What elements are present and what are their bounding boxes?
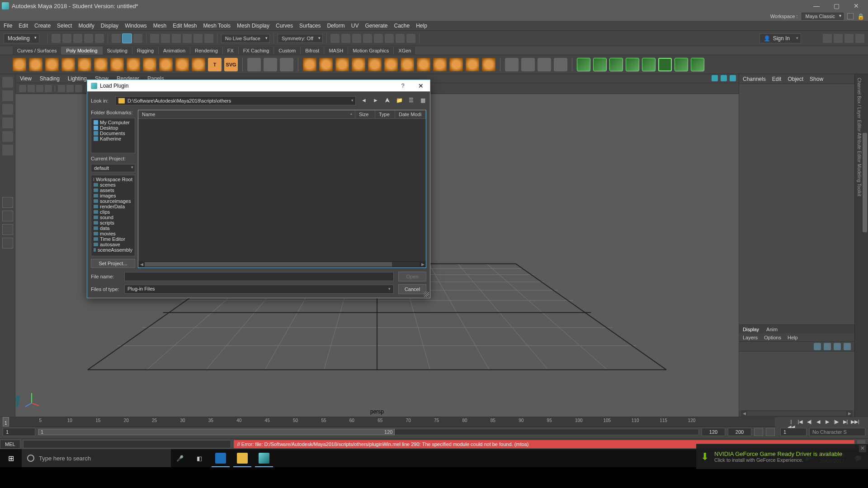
menu-file[interactable]: File	[4, 23, 12, 29]
col-type[interactable]: Type	[375, 110, 395, 118]
close-button[interactable]: ✕	[846, 0, 866, 12]
shelf-tab-animation[interactable]: Animation	[159, 47, 190, 55]
vp-bookmarks-icon[interactable]	[45, 85, 52, 92]
xray-toggle-icon[interactable]	[712, 75, 718, 81]
mel-label[interactable]: MEL	[0, 440, 20, 449]
merge-icon[interactable]	[433, 58, 447, 71]
create-layer-from-selected-icon[interactable]	[844, 343, 851, 350]
snap-plane-icon[interactable]	[193, 34, 203, 43]
current-time-indicator[interactable]: 1	[3, 417, 9, 427]
vp-menu-lighting[interactable]: Lighting	[68, 75, 87, 82]
paint-select-tool-icon[interactable]	[2, 104, 13, 115]
vp-image-plane-icon[interactable]	[58, 85, 65, 92]
hypershade-icon[interactable]	[374, 34, 383, 43]
poly-torus-icon[interactable]	[78, 58, 91, 71]
filename-input[interactable]	[124, 272, 394, 281]
col-date[interactable]: Date Modi	[395, 110, 426, 118]
extrude-icon[interactable]	[352, 58, 365, 71]
combine-icon[interactable]	[303, 58, 316, 71]
select-tool-icon[interactable]	[2, 77, 13, 88]
poly-cube-icon[interactable]	[29, 58, 42, 71]
vp-select-camera-icon[interactable]	[19, 85, 26, 92]
start-button[interactable]: ⊞	[0, 449, 22, 467]
ipr-render-icon[interactable]	[352, 34, 361, 43]
menu-deform[interactable]: Deform	[327, 23, 344, 29]
rotate-tool-icon[interactable]	[2, 131, 13, 142]
current-frame-input[interactable]: 1	[780, 428, 807, 436]
vp-camera-attributes-icon[interactable]	[36, 85, 43, 92]
shelf-tab-motion-graphics[interactable]: Motion Graphics	[348, 47, 394, 55]
create-polygon-icon[interactable]	[593, 58, 607, 71]
step-back-button[interactable]: ◀|	[806, 419, 813, 425]
menu-generate[interactable]: Generate	[365, 23, 387, 29]
taskbar-search[interactable]: Type here to search	[22, 449, 171, 467]
poly-prism-icon[interactable]	[159, 58, 173, 71]
layers-menu-options[interactable]: Options	[764, 335, 781, 340]
menu-mesh[interactable]: Mesh	[153, 23, 166, 29]
up-button[interactable]: ⮝	[384, 97, 391, 104]
render-settings-icon[interactable]	[363, 34, 372, 43]
file-list-hscroll[interactable]: ◀▶	[138, 261, 426, 267]
bevel-icon[interactable]	[384, 58, 398, 71]
outliner-layout-icon[interactable]	[2, 238, 13, 249]
menu-mesh-display[interactable]: Mesh Display	[237, 23, 269, 29]
shelf-tab-fx-caching[interactable]: FX Caching	[239, 47, 274, 55]
play-back-button[interactable]: ◀	[815, 419, 822, 425]
auto-key-button[interactable]	[766, 428, 775, 436]
current-project-dropdown[interactable]: default	[91, 164, 135, 172]
menu-select[interactable]: Select	[57, 23, 72, 29]
shaded-toggle-icon[interactable]	[730, 75, 736, 81]
fill-hole-icon[interactable]	[466, 58, 479, 71]
col-size[interactable]: Size	[355, 110, 375, 118]
poly-platonic-icon[interactable]	[127, 58, 140, 71]
shelf-tab-sculpting[interactable]: Sculpting	[103, 47, 132, 55]
set-project-button[interactable]: Set Project...	[91, 259, 135, 268]
poly-type-icon[interactable]: T	[208, 58, 222, 71]
col-name[interactable]: Name	[138, 110, 355, 118]
light-editor-icon[interactable]	[396, 34, 405, 43]
layer-move-up-icon[interactable]	[814, 343, 821, 350]
bridge-icon[interactable]	[368, 58, 382, 71]
poly-cylinder-icon[interactable]	[45, 58, 59, 71]
back-button[interactable]: ◄	[360, 97, 368, 104]
single-pane-layout-icon[interactable]	[2, 197, 13, 208]
sign-in-button[interactable]: 👤Sign In	[760, 33, 801, 43]
poly-plane-icon[interactable]	[94, 58, 108, 71]
move-tool-icon[interactable]	[2, 117, 13, 128]
step-forward-key-button[interactable]: ▶|	[842, 419, 849, 425]
vp-2d-pan-icon[interactable]	[66, 85, 74, 92]
booleans-icon[interactable]	[335, 58, 349, 71]
right-scrollbar[interactable]	[862, 74, 868, 417]
create-empty-layer-icon[interactable]	[834, 343, 841, 350]
shelf-tab-curves[interactable]: Curves / Surfaces	[13, 47, 61, 55]
vp-grease-pencil-icon[interactable]	[75, 85, 82, 92]
project-tree[interactable]: Workspace Root scenes assets images sour…	[91, 175, 135, 256]
range-end1-input[interactable]: 120	[702, 428, 725, 436]
redo-icon[interactable]	[95, 34, 104, 43]
smooth-icon[interactable]	[401, 58, 414, 71]
toggle-attribute-editor-icon[interactable]	[834, 34, 843, 43]
shelf-tab-custom[interactable]: Custom	[274, 47, 301, 55]
step-back-key-button[interactable]: |◀	[797, 419, 804, 425]
layers-tab-display[interactable]: Display	[743, 327, 759, 332]
chan-object[interactable]: Object	[788, 76, 803, 82]
four-pane-layout-icon[interactable]	[2, 211, 13, 221]
connect-icon[interactable]	[554, 58, 567, 71]
crease-set-icon[interactable]	[658, 58, 672, 71]
go-to-end-button[interactable]: ▶▶|	[851, 419, 858, 425]
dialog-resize-handle[interactable]	[424, 291, 429, 297]
quad-draw-icon[interactable]	[577, 58, 590, 71]
target-weld-icon[interactable]	[449, 58, 463, 71]
menu-set-dropdown[interactable]: Modeling	[4, 33, 39, 43]
sidebar-toggle-button[interactable]	[847, 13, 854, 19]
separate-icon[interactable]	[319, 58, 333, 71]
shelf-tab-xgen[interactable]: XGen	[394, 47, 416, 55]
menu-uv[interactable]: UV	[351, 23, 359, 29]
viewport-panel[interactable]: View Shading Lighting Show Renderer Pane…	[15, 74, 739, 417]
snap-projected-icon[interactable]	[183, 34, 192, 43]
menu-mesh-tools[interactable]: Mesh Tools	[203, 23, 231, 29]
poly-disc-icon[interactable]	[110, 58, 124, 71]
remesh-icon[interactable]	[642, 58, 656, 71]
two-pane-layout-icon[interactable]	[2, 224, 13, 235]
ultra-shape-icon[interactable]	[280, 58, 293, 71]
